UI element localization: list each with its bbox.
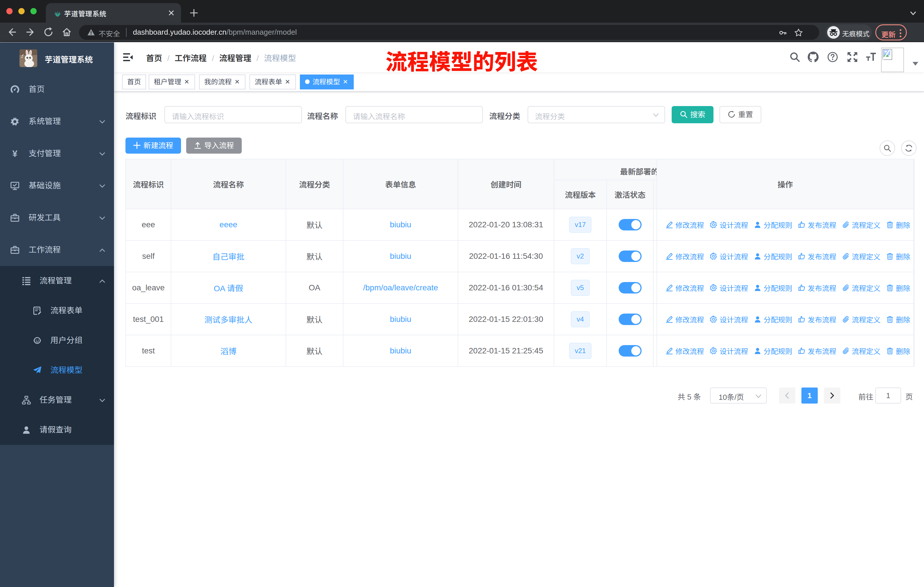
browser-menu-icon[interactable] bbox=[900, 29, 901, 39]
url-text[interactable]: dashboard.yudao.iocoder.cn/bpm/manager/m… bbox=[133, 28, 297, 37]
breadcrumb-process-management[interactable]: 流程管理 bbox=[219, 54, 251, 63]
process-definition-link[interactable]: 流程定义 bbox=[842, 314, 881, 324]
sidebar-item-infra[interactable]: 基础设施 bbox=[0, 170, 114, 202]
sidebar-item-user-group[interactable]: 用户分组 bbox=[0, 326, 114, 356]
breadcrumb-home[interactable]: 首页 bbox=[146, 54, 162, 63]
publish-process-link[interactable]: 发布流程 bbox=[798, 283, 837, 293]
tab-close-icon[interactable] bbox=[167, 9, 175, 17]
tab-overflow-chevron-icon[interactable] bbox=[910, 10, 917, 17]
bookmark-star-icon[interactable] bbox=[794, 28, 803, 37]
sidebar-item-process-form[interactable]: 流程表单 bbox=[0, 296, 114, 326]
close-icon[interactable] bbox=[234, 79, 240, 85]
active-toggle[interactable] bbox=[619, 282, 642, 293]
avatar[interactable] bbox=[881, 48, 904, 72]
edit-process-link[interactable]: 修改流程 bbox=[666, 314, 704, 324]
table-cell-version[interactable]: v17 bbox=[554, 209, 607, 241]
assign-rule-link[interactable]: 分配规则 bbox=[754, 346, 792, 356]
table-cell-version[interactable]: v2 bbox=[554, 241, 607, 272]
sidebar-item-home[interactable]: 首页 bbox=[0, 73, 114, 106]
search-icon[interactable] bbox=[789, 51, 800, 63]
col-header-name[interactable]: 流程名称 bbox=[171, 159, 286, 209]
col-header-version[interactable]: 流程版本 bbox=[554, 180, 607, 209]
assign-rule-link[interactable]: 分配规则 bbox=[754, 251, 792, 261]
publish-process-link[interactable]: 发布流程 bbox=[798, 314, 837, 324]
new-tab-button[interactable] bbox=[190, 8, 198, 17]
traffic-light-close[interactable] bbox=[6, 8, 13, 14]
delete-link[interactable]: 删除 bbox=[886, 220, 910, 230]
table-cell-version[interactable]: v21 bbox=[554, 336, 607, 367]
delete-link[interactable]: 删除 bbox=[886, 251, 910, 261]
process-category-select[interactable]: 流程分类 bbox=[528, 106, 665, 123]
table-cell-form[interactable]: biubiu bbox=[343, 241, 458, 272]
tag-process-model[interactable]: 流程模型 bbox=[300, 74, 354, 89]
col-header-category[interactable]: 流程分类 bbox=[286, 159, 343, 209]
table-cell-name[interactable]: OA 请假 bbox=[171, 272, 286, 304]
reset-button[interactable]: 重置 bbox=[719, 106, 761, 123]
table-cell-form[interactable]: /bpm/oa/leave/create bbox=[343, 272, 458, 304]
active-toggle[interactable] bbox=[619, 345, 642, 357]
design-process-link[interactable]: 设计流程 bbox=[710, 220, 748, 230]
edit-process-link[interactable]: 修改流程 bbox=[666, 283, 704, 293]
edit-process-link[interactable]: 修改流程 bbox=[666, 220, 704, 230]
process-definition-link[interactable]: 流程定义 bbox=[842, 283, 881, 293]
goto-page-input[interactable]: 1 bbox=[875, 387, 901, 403]
process-definition-link[interactable]: 流程定义 bbox=[842, 220, 881, 230]
back-icon[interactable] bbox=[6, 26, 17, 38]
sidebar-collapse-icon[interactable] bbox=[123, 53, 133, 62]
table-cell-form[interactable]: biubiu bbox=[343, 304, 458, 336]
col-header-form[interactable]: 表单信息 bbox=[343, 159, 458, 209]
sidebar-item-workflow[interactable]: 工作流程 bbox=[0, 234, 114, 266]
security-label[interactable]: 不安全 bbox=[99, 28, 120, 38]
publish-process-link[interactable]: 发布流程 bbox=[798, 220, 837, 230]
col-header-active[interactable]: 激活状态 bbox=[607, 180, 653, 209]
col-header-created[interactable]: 创建时间 bbox=[458, 159, 554, 209]
delete-link[interactable]: 删除 bbox=[886, 314, 910, 324]
table-cell-version[interactable]: v4 bbox=[554, 304, 607, 336]
design-process-link[interactable]: 设计流程 bbox=[710, 346, 748, 356]
security-warning-icon[interactable] bbox=[87, 28, 95, 36]
assign-rule-link[interactable]: 分配规则 bbox=[754, 220, 792, 230]
sidebar-item-payment[interactable]: ¥ 支付管理 bbox=[0, 137, 114, 170]
sidebar-item-system[interactable]: 系统管理 bbox=[0, 106, 114, 137]
traffic-light-zoom[interactable] bbox=[30, 8, 37, 14]
active-toggle[interactable] bbox=[619, 219, 642, 230]
table-cell-form[interactable]: biubiu bbox=[343, 336, 458, 367]
forward-icon[interactable] bbox=[25, 26, 36, 38]
sidebar-logo[interactable]: 芋道管理系统 bbox=[0, 42, 114, 73]
process-definition-link[interactable]: 流程定义 bbox=[842, 251, 881, 261]
assign-rule-link[interactable]: 分配规则 bbox=[754, 314, 792, 324]
edit-process-link[interactable]: 修改流程 bbox=[666, 346, 704, 356]
prev-page-button[interactable] bbox=[779, 387, 795, 403]
assign-rule-link[interactable]: 分配规则 bbox=[754, 283, 792, 293]
design-process-link[interactable]: 设计流程 bbox=[710, 251, 748, 261]
page-1-button[interactable]: 1 bbox=[802, 387, 818, 403]
delete-link[interactable]: 删除 bbox=[886, 283, 910, 293]
publish-process-link[interactable]: 发布流程 bbox=[798, 251, 837, 261]
import-process-button[interactable]: 导入流程 bbox=[186, 137, 242, 154]
tag-process-form[interactable]: 流程表单 bbox=[249, 74, 296, 89]
create-process-button[interactable]: 新建流程 bbox=[125, 137, 181, 154]
active-toggle[interactable] bbox=[619, 314, 642, 325]
tag-my-process[interactable]: 我的流程 bbox=[199, 74, 246, 89]
sidebar-item-devtools[interactable]: 研发工具 bbox=[0, 202, 114, 234]
process-key-input[interactable]: 请输入流程标识 bbox=[164, 106, 302, 123]
col-header-key[interactable]: 流程标识 bbox=[126, 159, 171, 209]
edit-process-link[interactable]: 修改流程 bbox=[666, 251, 704, 261]
font-size-icon[interactable] bbox=[866, 51, 876, 63]
traffic-light-minimize[interactable] bbox=[18, 8, 25, 14]
tag-tenant[interactable]: 租户管理 bbox=[148, 74, 195, 89]
design-process-link[interactable]: 设计流程 bbox=[710, 314, 748, 324]
sidebar-item-process-model[interactable]: 流程模型 bbox=[0, 356, 114, 385]
design-process-link[interactable]: 设计流程 bbox=[710, 283, 748, 293]
table-cell-name[interactable]: 测试多审批人 bbox=[171, 304, 286, 336]
fullscreen-icon[interactable] bbox=[847, 51, 858, 63]
sidebar-item-leave-query[interactable]: 请假查询 bbox=[0, 415, 114, 445]
close-icon[interactable] bbox=[284, 79, 291, 85]
help-icon[interactable] bbox=[827, 51, 838, 63]
next-page-button[interactable] bbox=[824, 387, 840, 403]
process-name-input[interactable]: 请输入流程名称 bbox=[345, 106, 483, 123]
search-button[interactable]: 搜索 bbox=[672, 106, 713, 123]
github-icon[interactable] bbox=[808, 51, 818, 63]
publish-process-link[interactable]: 发布流程 bbox=[798, 346, 837, 356]
page-size-select[interactable]: 10条/页 bbox=[710, 387, 767, 403]
